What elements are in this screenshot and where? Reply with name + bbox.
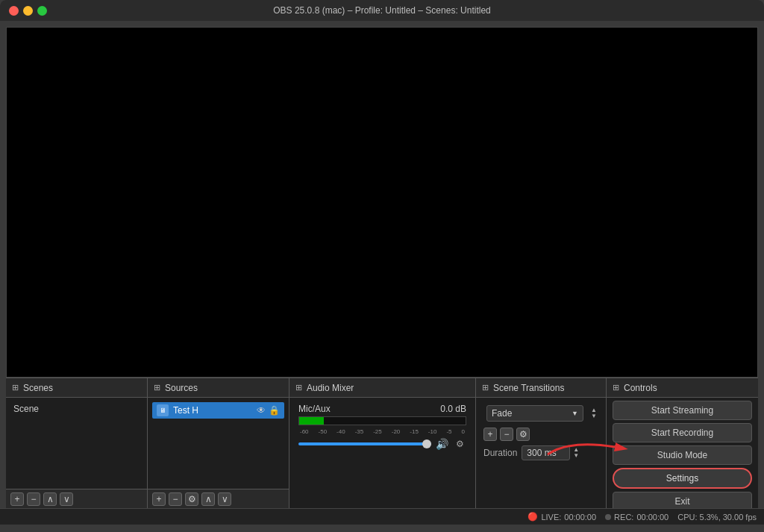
scenes-panel: ⊞ Scenes Scene + − ∧ ∨: [6, 378, 148, 508]
remove-source-button[interactable]: −: [169, 492, 182, 506]
audio-header-icon: ⊞: [295, 383, 302, 392]
controls-title: Controls: [624, 383, 657, 393]
rec-dot: [605, 514, 611, 520]
live-label: LIVE:: [541, 513, 561, 522]
scenes-title: Scenes: [23, 383, 53, 393]
window-title: OBS 25.0.8 (mac) – Profile: Untitled – S…: [273, 5, 490, 16]
sources-header: ⊞ Sources: [148, 378, 289, 398]
audio-track-name: Mic/Aux: [298, 404, 331, 414]
transition-settings-button[interactable]: ⚙: [516, 428, 530, 441]
window-controls: [9, 6, 47, 16]
scenes-content: Scene: [6, 398, 147, 489]
maximize-button[interactable]: [37, 6, 47, 16]
transitions-title: Scene Transitions: [493, 383, 564, 393]
mute-icon[interactable]: 🔊: [436, 438, 448, 450]
transition-spinner[interactable]: ▲ ▼: [591, 407, 597, 419]
audio-track-header: Mic/Aux 0.0 dB: [298, 404, 466, 414]
transition-dropdown[interactable]: Fade ▼: [486, 405, 583, 422]
controls-header: ⊞ Controls: [607, 378, 758, 398]
audio-gear-icon[interactable]: ⚙: [453, 437, 466, 451]
sources-title: Sources: [165, 383, 198, 393]
transitions-duration-row: Duration 300 ms ▲ ▼: [479, 442, 603, 463]
scene-item[interactable]: Scene: [9, 401, 144, 417]
move-source-up-button[interactable]: ∧: [201, 492, 215, 506]
audio-track-db: 0.0 dB: [440, 404, 466, 414]
start-streaming-button[interactable]: Start Streaming: [613, 401, 752, 420]
audio-track-micaux: Mic/Aux 0.0 dB -60 -50 -40 -35 -25 -20: [292, 401, 472, 454]
panel-container: ⊞ Scenes Scene + − ∧ ∨ ⊞ Sources 🖥: [6, 378, 758, 508]
controls-content: Start Streaming Start Recording Studio M…: [607, 398, 758, 508]
controls-header-icon: ⊞: [613, 383, 619, 392]
audio-meter-labels: -60 -50 -40 -35 -25 -20 -15 -10 -5 0: [298, 428, 466, 435]
remove-transition-button[interactable]: −: [500, 428, 513, 441]
duration-spinner[interactable]: ▲ ▼: [573, 447, 579, 459]
eye-icon[interactable]: 👁: [257, 405, 266, 416]
lock-icon[interactable]: 🔒: [269, 405, 280, 416]
audio-meter-mask: [324, 417, 466, 425]
transitions-content: Fade ▼ ▲ ▼ + − ⚙ Duration: [476, 398, 606, 508]
add-source-button[interactable]: +: [152, 492, 166, 506]
settings-button[interactable]: Settings: [613, 468, 752, 489]
rec-time: 00:00:00: [636, 513, 668, 522]
scenes-footer: + − ∧ ∨: [6, 489, 147, 508]
volume-slider[interactable]: [298, 442, 431, 445]
source-item[interactable]: 🖥 Test H 👁 🔒: [152, 402, 284, 419]
source-type-icon: 🖥: [157, 404, 169, 416]
scenes-header-icon: ⊞: [12, 383, 19, 392]
duration-value: 300 ms: [527, 448, 556, 458]
rec-label: REC:: [614, 513, 633, 522]
audio-meter: [298, 416, 466, 425]
move-scene-up-button[interactable]: ∧: [43, 492, 57, 506]
studio-mode-button[interactable]: Studio Mode: [613, 445, 752, 465]
sources-footer: + − ⚙ ∧ ∨: [148, 489, 289, 508]
duration-input[interactable]: 300 ms: [522, 445, 570, 460]
cpu-status: CPU: 5.3%, 30.00 fps: [677, 513, 757, 522]
volume-slider-thumb: [422, 439, 431, 448]
audio-mixer-panel: ⊞ Audio Mixer Mic/Aux 0.0 dB -60 -50: [289, 378, 476, 508]
preview-canvas: [6, 27, 758, 378]
sources-panel: ⊞ Sources 🖥 Test H 👁 🔒 + − ⚙ ∧ ∨: [148, 378, 289, 508]
duration-label: Duration: [483, 448, 517, 458]
exit-button[interactable]: Exit: [613, 492, 752, 508]
audio-header: ⊞ Audio Mixer: [289, 378, 475, 398]
transitions-add-row: + − ⚙: [479, 426, 603, 442]
transition-value: Fade: [492, 408, 512, 419]
audio-title: Audio Mixer: [307, 383, 354, 393]
scenes-header: ⊞ Scenes: [6, 378, 147, 398]
audio-track-controls: 🔊 ⚙: [298, 437, 466, 451]
title-bar: OBS 25.0.8 (mac) – Profile: Untitled – S…: [0, 0, 764, 21]
move-scene-down-button[interactable]: ∨: [60, 492, 73, 506]
add-scene-button[interactable]: +: [10, 492, 24, 506]
transition-select-row: Fade ▼ ▲ ▼: [479, 401, 603, 426]
transitions-header-icon: ⊞: [482, 383, 489, 392]
bottom-panel: ⊞ Scenes Scene + − ∧ ∨ ⊞ Sources 🖥: [0, 378, 764, 508]
minimize-button[interactable]: [23, 6, 33, 16]
chevron-down-icon: ▼: [572, 410, 578, 417]
source-controls: 👁 🔒: [257, 405, 280, 416]
transitions-panel: ⊞ Scene Transitions Fade ▼ ▲ ▼ + −: [476, 378, 607, 508]
live-time: 00:00:00: [564, 513, 596, 522]
transitions-header: ⊞ Scene Transitions: [476, 378, 606, 398]
source-name: Test H: [173, 405, 252, 416]
audio-content: Mic/Aux 0.0 dB -60 -50 -40 -35 -25 -20: [289, 398, 475, 508]
move-source-down-button[interactable]: ∨: [218, 492, 231, 506]
status-rec: REC: 00:00:00: [605, 513, 668, 522]
close-button[interactable]: [9, 6, 19, 16]
status-bar: 🔴 LIVE: 00:00:00 REC: 00:00:00 CPU: 5.3%…: [0, 508, 764, 525]
add-transition-button[interactable]: +: [483, 428, 497, 441]
remove-scene-button[interactable]: −: [27, 492, 40, 506]
source-settings-button[interactable]: ⚙: [185, 492, 198, 506]
sources-content: 🖥 Test H 👁 🔒: [148, 398, 289, 489]
start-recording-button[interactable]: Start Recording: [613, 423, 752, 442]
status-live: 🔴 LIVE: 00:00:00: [527, 512, 596, 522]
controls-panel: ⊞ Controls Start Streaming Start Recordi…: [607, 378, 758, 508]
sources-header-icon: ⊞: [154, 383, 160, 392]
live-icon: 🔴: [527, 512, 538, 522]
